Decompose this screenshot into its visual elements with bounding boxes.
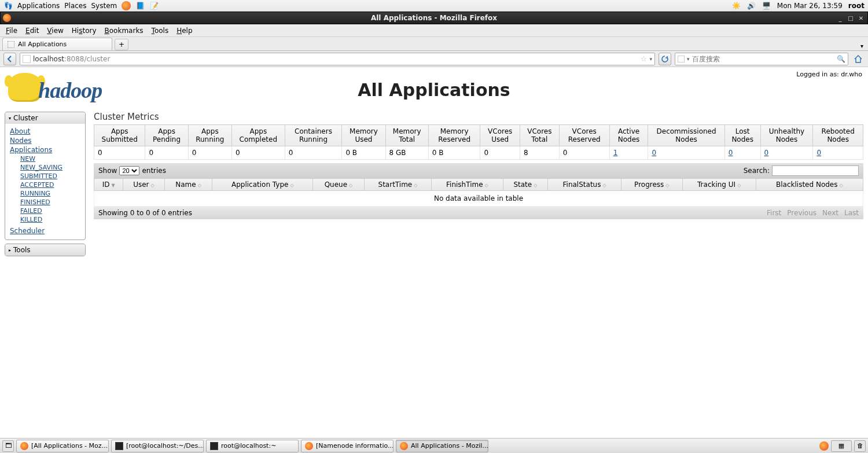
menu-file[interactable]: File (2, 25, 21, 36)
bookmark-star-icon[interactable]: ☆ (641, 54, 648, 63)
url-toolbar: localhost:8088/cluster ☆ ▾ ▾ 🔍 (0, 51, 868, 67)
url-favicon-icon (23, 55, 31, 63)
firefox-launcher-icon[interactable] (122, 1, 131, 10)
search-input[interactable] (692, 55, 834, 63)
search-container: ▾ 🔍 (675, 53, 848, 65)
gnome-menu-applications[interactable]: Applications (17, 2, 60, 10)
network-icon[interactable]: 🖥️ (762, 1, 771, 10)
user-menu[interactable]: root (848, 2, 865, 10)
search-engine-dropdown[interactable]: ▾ (687, 56, 690, 62)
url-input-container[interactable]: localhost:8088/cluster ☆ ▾ (20, 53, 655, 65)
close-button[interactable]: ✕ (857, 14, 865, 22)
url-host: localhost (33, 55, 64, 63)
home-button[interactable] (852, 53, 865, 65)
search-engine-icon[interactable] (678, 56, 685, 62)
update-icon[interactable]: ☀️ (732, 1, 741, 10)
back-button[interactable] (3, 53, 16, 65)
reload-button[interactable] (659, 53, 671, 65)
tabs-dropdown[interactable]: ▾ (858, 42, 866, 50)
menu-edit[interactable]: Edit (22, 25, 42, 36)
home-icon (854, 54, 863, 64)
tab-strip: All Applications + ▾ (0, 37, 868, 51)
menu-help[interactable]: Help (173, 25, 196, 36)
menu-history[interactable]: History (68, 25, 100, 36)
new-tab-button[interactable]: + (115, 39, 128, 50)
url-history-dropdown[interactable]: ▾ (649, 56, 652, 62)
notes-launcher-icon[interactable]: 📝 (149, 1, 159, 10)
search-go-icon[interactable]: 🔍 (837, 55, 845, 63)
url-rest: :8088/cluster (64, 55, 110, 63)
page-favicon-icon (8, 41, 14, 48)
menu-view[interactable]: View (43, 25, 67, 36)
menu-tools[interactable]: Tools (148, 25, 172, 36)
clock[interactable]: Mon Mar 26, 13:59 (777, 2, 843, 10)
foot-icon: 👣 (3, 1, 13, 10)
gnome-top-panel: 👣 Applications Places System 📘 📝 ☀️ 🔊 🖥️… (0, 0, 868, 12)
gnome-menu-system[interactable]: System (91, 2, 117, 10)
firefox-menubar: File Edit View History Bookmarks Tools H… (0, 24, 868, 37)
url-input[interactable]: localhost:8088/cluster (33, 55, 638, 63)
maximize-button[interactable]: □ (847, 14, 855, 22)
menu-bookmarks[interactable]: Bookmarks (101, 25, 147, 36)
gnome-menu-places[interactable]: Places (64, 2, 86, 10)
tab-title: All Applications (18, 40, 67, 48)
window-title: All Applications - Mozilla Firefox (1, 14, 867, 22)
window-titlebar: All Applications - Mozilla Firefox _ □ ✕ (0, 12, 868, 24)
minimize-button[interactable]: _ (836, 14, 844, 22)
reload-icon (661, 55, 669, 63)
volume-icon[interactable]: 🔊 (747, 1, 756, 10)
arrow-left-icon (6, 55, 14, 63)
help-launcher-icon[interactable]: 📘 (135, 1, 145, 10)
browser-tab[interactable]: All Applications (2, 38, 112, 50)
firefox-icon (3, 14, 11, 22)
